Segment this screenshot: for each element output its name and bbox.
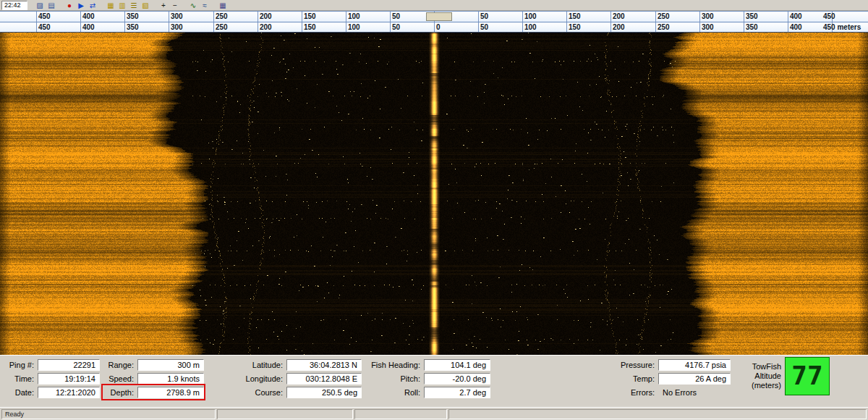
ruler-label: 450 xyxy=(38,12,51,20)
field-value: -20.0 deg xyxy=(424,373,490,385)
field-row-date: Date:12:21:2020 xyxy=(3,385,100,399)
towfish-altitude-label: TowFish Altitude (meters) xyxy=(736,357,781,390)
ruler-tick xyxy=(258,12,258,22)
ruler-label: 250 xyxy=(658,23,670,31)
ruler-label: 450 xyxy=(38,23,51,31)
ruler-row-bottom: 4504003503002502001501005005010015020025… xyxy=(0,22,868,33)
field-column: Pressure:4176.7 psiaTemp:26 A degErrors:… xyxy=(592,358,731,399)
ruler-label: 100 xyxy=(524,12,537,20)
towfish-label-line2: Altitude xyxy=(736,371,781,381)
ruler-label: 250 xyxy=(216,12,228,20)
field-row-course: Course:250.5 deg xyxy=(239,385,362,399)
ruler-tick xyxy=(566,12,567,22)
ruler-label: 450 xyxy=(823,12,835,20)
field-label: Speed: xyxy=(103,374,137,383)
ruler-label: 50 xyxy=(480,23,488,31)
window-layout-button[interactable]: ▧ xyxy=(140,1,151,10)
ruler-tick xyxy=(80,22,81,33)
field-label: Date: xyxy=(3,388,38,397)
ruler-tick xyxy=(610,12,611,22)
ruler-label: 150 xyxy=(569,23,581,31)
ruler-tick xyxy=(788,12,788,22)
palette-button[interactable]: ▦ xyxy=(105,1,116,10)
ruler-tick xyxy=(346,12,346,22)
ruler-label: 350 xyxy=(746,23,758,31)
field-row-temp: Temp:26 A deg xyxy=(592,371,731,385)
field-column: Range:300 mSpeed:1.9 knotsDepth:2798.9 m xyxy=(103,358,204,399)
field-value: 2798.9 m xyxy=(137,387,204,398)
field-column: Ping #:22291Time:19:19:14Date:12:21:2020 xyxy=(3,358,100,399)
zoom-out-button[interactable]: − xyxy=(169,1,181,10)
field-row-roll: Roll:2.7 deg xyxy=(360,385,490,399)
field-label: Errors: xyxy=(592,388,658,397)
spectrum-plot-button[interactable]: ≈ xyxy=(199,1,210,10)
towfish-label-line1: TowFish xyxy=(736,362,781,371)
open-file-button[interactable]: ▨ xyxy=(34,1,46,10)
save-button[interactable]: ▤ xyxy=(46,1,57,10)
ruler-tick xyxy=(434,22,435,33)
transfer-button[interactable]: ⇄ xyxy=(87,1,98,10)
ruler-tick xyxy=(390,12,391,22)
ruler-tick xyxy=(36,12,37,22)
ruler-label: 300 xyxy=(702,23,714,31)
ruler-tick xyxy=(169,12,169,22)
field-row-pitch: Pitch:-20.0 deg xyxy=(360,371,490,385)
ruler-label: 250 xyxy=(658,12,670,20)
field-row-longitude: Longitude:030:12.8048 E xyxy=(239,371,362,385)
ruler-label: 150 xyxy=(569,12,581,20)
ruler-tick xyxy=(744,12,744,22)
ruler-label: 350 xyxy=(127,23,139,31)
toolbar-clock: 22:42 xyxy=(1,1,27,10)
ruler-tick xyxy=(744,22,744,33)
field-value: No Errors xyxy=(658,387,731,398)
ruler-tick xyxy=(478,12,479,22)
ruler-label: 150 xyxy=(304,12,316,20)
ruler-label: 350 xyxy=(746,12,758,20)
statusbar-pane xyxy=(217,409,353,419)
ruler-label: 0 xyxy=(436,23,441,31)
ruler-label: 400 xyxy=(790,23,802,31)
ruler-center-marker[interactable] xyxy=(426,12,452,21)
ruler-tick xyxy=(169,22,169,33)
ruler-label: 450 meters xyxy=(823,23,861,31)
statusbar-pane xyxy=(354,409,447,419)
ruler-tick xyxy=(522,12,523,22)
play-button[interactable]: ▶ xyxy=(75,1,87,10)
record-button[interactable]: ● xyxy=(64,1,75,10)
field-row-latitude: Latitude:36:04.2813 N xyxy=(239,358,362,371)
ruler-tick xyxy=(699,12,700,22)
signal-plot-button[interactable]: ∿ xyxy=(187,1,199,10)
towfish-altitude-block: TowFish Altitude (meters) 77 xyxy=(736,357,830,395)
field-label: Roll: xyxy=(360,388,424,397)
grid-overlay-button[interactable]: ▦ xyxy=(217,1,229,10)
field-row-speed: Speed:1.9 knots xyxy=(103,371,204,385)
ruler-tick xyxy=(302,12,302,22)
field-column: Latitude:36:04.2813 NLongitude:030:12.80… xyxy=(239,358,362,399)
field-value: 104.1 deg xyxy=(424,359,490,371)
field-label: Range: xyxy=(103,361,137,369)
field-row-time: Time:19:19:14 xyxy=(3,371,100,385)
field-value: 300 m xyxy=(137,359,204,371)
field-label: Fish Heading: xyxy=(360,361,424,369)
ruler-tick xyxy=(788,22,788,33)
ruler-label: 100 xyxy=(524,23,537,31)
field-label: Temp: xyxy=(592,374,658,383)
ruler-tick xyxy=(478,22,479,33)
ruler-tick xyxy=(124,12,125,22)
ruler-tick xyxy=(258,22,258,33)
status-panel: Ping #:22291Time:19:19:14Date:12:21:2020… xyxy=(0,355,868,407)
field-row-fishheading: Fish Heading:104.1 deg xyxy=(360,358,490,371)
display-mode-button[interactable]: ▥ xyxy=(116,1,128,10)
ruler-label: 50 xyxy=(480,12,488,20)
sonar-waterfall-display[interactable] xyxy=(0,33,868,355)
ruler-label: 200 xyxy=(260,12,272,20)
gain-button[interactable]: ☰ xyxy=(128,1,140,10)
field-value: 19:19:14 xyxy=(38,373,100,385)
zoom-in-button[interactable]: + xyxy=(158,1,169,10)
ruler-label: 250 xyxy=(216,23,228,31)
field-label: Depth: xyxy=(103,388,137,397)
field-label: Course: xyxy=(239,388,286,397)
ruler-tick xyxy=(124,22,125,33)
ruler-tick xyxy=(522,22,523,33)
field-value: 26 A deg xyxy=(658,373,731,385)
